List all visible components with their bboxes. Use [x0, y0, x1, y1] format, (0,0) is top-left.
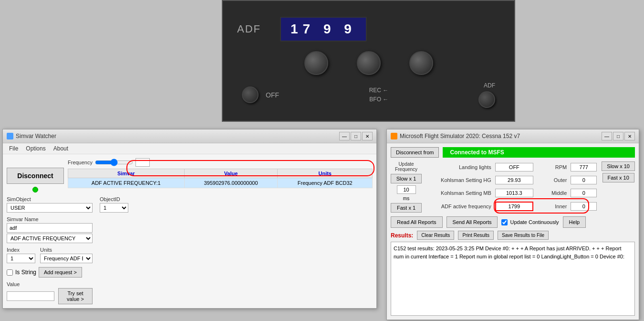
- menu-about[interactable]: About: [50, 144, 72, 153]
- adf-panel: ADF 17 9 9 OFF REC ← BFO ← ADF: [222, 0, 515, 122]
- frequency-label: Frequency: [68, 160, 93, 165]
- adf-knob-small[interactable]: [242, 86, 259, 103]
- param-right-input-2[interactable]: [571, 189, 597, 197]
- value-input[interactable]: [7, 291, 54, 301]
- adf-off-label: OFF: [266, 91, 279, 99]
- simvar-titlebar-controls: — □ ✕: [339, 132, 373, 140]
- table-row[interactable]: ADF ACTIVE FREQUENCY:1 395902976.0000000…: [68, 178, 373, 188]
- param-right-label-3: Inner: [537, 203, 567, 209]
- is-string-checkbox[interactable]: [7, 269, 13, 276]
- param-input-1[interactable]: [495, 176, 533, 184]
- results-label: Results:: [391, 232, 413, 239]
- units-select[interactable]: Frequency ADF BCD32: [40, 254, 93, 263]
- adf-bfo-label: BFO ←: [369, 96, 388, 103]
- disconnect-from-button[interactable]: Disconnect from: [391, 147, 439, 158]
- col-units: Units: [278, 169, 373, 178]
- is-string-label: Is String: [15, 269, 36, 276]
- params-grid: Landing lights RPM Kohlsman Setting HG O…: [426, 161, 597, 213]
- value-label: Value: [7, 281, 93, 287]
- read-all-reports-btn[interactable]: Read All Reports: [391, 216, 443, 228]
- param-label-3: ADF active frequency: [426, 203, 491, 209]
- simvar-name-label: Simvar Name: [7, 216, 93, 222]
- index-units-row: Index 1 Units Frequency ADF BCD32: [7, 247, 93, 263]
- msfs-app-icon: [391, 133, 397, 139]
- fast-x1-btn[interactable]: Fast x 1: [391, 203, 422, 213]
- update-frequency-section: UpdateFrequency Slow x 1 10 ms Fast x 1: [391, 161, 422, 213]
- update-continuously-checkbox[interactable]: [501, 219, 508, 225]
- simobject-select[interactable]: USER: [7, 203, 93, 213]
- try-set-button[interactable]: Try set value >: [58, 288, 93, 304]
- results-header: Results: Clear Results Print Results Sav…: [391, 231, 635, 240]
- simvar-name-input[interactable]: [7, 223, 93, 233]
- msfs-title-area: Microsoft Flight Simulator 2020: Cessna …: [391, 133, 520, 139]
- slow-x1-btn[interactable]: Slow x 1: [391, 174, 422, 183]
- cell-units: Frequency ADF BCD32: [278, 178, 373, 188]
- simvar-maximize-btn[interactable]: □: [351, 132, 361, 140]
- adf-label: ADF: [237, 23, 261, 35]
- simvar-left-col: SimObject USER Simvar Name ADF ACTIVE FR…: [7, 196, 93, 304]
- param-right-input-1[interactable]: [571, 176, 597, 184]
- clear-results-btn[interactable]: Clear Results: [417, 231, 454, 240]
- index-select[interactable]: 1: [7, 254, 35, 263]
- connected-status-bar: Connected to MSFS: [443, 147, 635, 158]
- send-all-reports-btn[interactable]: Send All Reports: [447, 216, 498, 228]
- simvar-table: Simvar Value Units ADF ACTIVE FREQUENCY:…: [68, 169, 373, 188]
- simvar-title: Simvar Watcher: [16, 133, 56, 139]
- msfs-close-btn[interactable]: ✕: [624, 132, 635, 140]
- ms-display: 10: [397, 185, 416, 194]
- param-input-0[interactable]: [495, 163, 533, 171]
- msfs-titlebar-controls: — □ ✕: [602, 132, 635, 140]
- units-label: Units: [40, 247, 93, 253]
- simvar-body: Disconnect Frequency Simvar Value Units: [3, 154, 376, 308]
- save-results-btn[interactable]: Save Results to File: [498, 231, 549, 240]
- cell-simvar: ADF ACTIVE FREQUENCY:1: [68, 178, 185, 188]
- adf-knob-1[interactable]: [304, 51, 328, 75]
- adf-mode-knob[interactable]: [478, 91, 495, 108]
- help-btn[interactable]: Help: [563, 216, 586, 228]
- param-right-input-3[interactable]: [571, 202, 597, 211]
- simvar-app-icon: [7, 133, 13, 139]
- menu-options[interactable]: Options: [22, 144, 49, 153]
- update-continuously-row: Update Continuously: [501, 219, 559, 225]
- objectid-select[interactable]: 1: [100, 203, 128, 213]
- msfs-top-row: Disconnect from Connected to MSFS: [391, 147, 635, 158]
- msfs-body: Disconnect from Connected to MSFS Update…: [387, 143, 639, 320]
- param-right-label-1: Outer: [537, 177, 567, 183]
- msfs-maximize-btn[interactable]: □: [613, 132, 623, 140]
- param-input-2[interactable]: [495, 189, 533, 197]
- objectid-group: ObjectID 1: [100, 196, 373, 213]
- update-continuously-label: Update Continuously: [510, 219, 559, 225]
- disconnect-button[interactable]: Disconnect: [7, 168, 64, 184]
- simobject-group: SimObject USER: [7, 196, 93, 213]
- menu-file[interactable]: File: [5, 144, 22, 153]
- param-right-input-0[interactable]: [571, 163, 597, 171]
- simvar-dropdown[interactable]: ADF ACTIVE FREQUENCY: [7, 234, 93, 243]
- param-label-0: Landing lights: [426, 164, 491, 170]
- msfs-window: Microsoft Flight Simulator 2020: Cessna …: [386, 129, 639, 320]
- adf-knobs: [304, 51, 433, 75]
- simvar-name-group: Simvar Name ADF ACTIVE FREQUENCY: [7, 216, 93, 243]
- col-simvar: Simvar: [68, 169, 185, 178]
- adf-mode-label: ADF: [484, 82, 495, 89]
- index-label: Index: [7, 247, 35, 253]
- cell-value: 395902976.000000000: [184, 178, 278, 188]
- frequency-slider[interactable]: [95, 159, 133, 166]
- simvar-minimize-btn[interactable]: —: [339, 132, 350, 140]
- param-label-1: Kohlsman Setting HG: [426, 177, 491, 183]
- adf-knob-2[interactable]: [357, 51, 381, 75]
- results-area[interactable]: C152 test results: 2023-05-25 3:25 PM De…: [391, 242, 635, 316]
- param-label-2: Kohlsman Setting MB: [426, 190, 491, 196]
- print-results-btn[interactable]: Print Results: [458, 231, 494, 240]
- fast-x10-btn[interactable]: Fast x 10: [602, 173, 634, 182]
- slow-x10-btn[interactable]: Slow x 10: [602, 161, 635, 171]
- is-string-row: Is String Add request >: [7, 267, 93, 278]
- update-freq-label: UpdateFrequency: [395, 161, 417, 172]
- adf-knob-3[interactable]: [409, 51, 433, 75]
- units-group: Units Frequency ADF BCD32: [40, 247, 93, 263]
- frequency-input[interactable]: [135, 158, 150, 167]
- connection-indicator: [32, 187, 38, 193]
- add-request-button[interactable]: Add request >: [39, 267, 82, 278]
- simvar-close-btn[interactable]: ✕: [362, 132, 373, 140]
- param-input-adf[interactable]: [495, 202, 533, 211]
- msfs-minimize-btn[interactable]: —: [602, 132, 612, 140]
